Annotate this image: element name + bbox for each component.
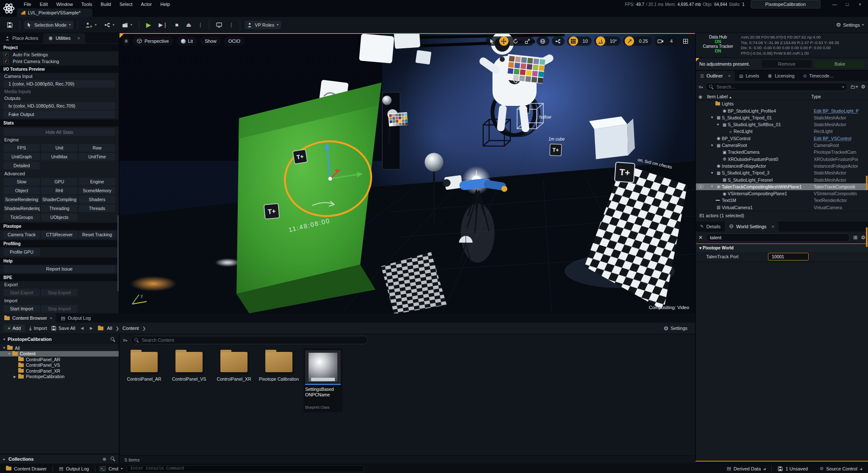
scale-tool[interactable] [523,36,532,46]
close-button[interactable]: × [854,1,865,8]
type-column[interactable]: Type [811,94,865,99]
ocio-dropdown[interactable]: OCIO [224,36,245,46]
outliner-row[interactable]: TrackedCamera PixotopeTrackedCam [696,149,868,155]
save-button[interactable] [4,20,15,30]
tab-levels[interactable]: ▤Levels [735,71,763,81]
world-settings-search-input[interactable] [710,235,846,240]
lit-dropdown[interactable]: Lit [177,36,198,46]
sources-header[interactable]: ▾PixotopeCalibration [0,334,119,344]
tab-output-log[interactable]: ▤Output Log [56,313,95,323]
camera-speed-control[interactable]: 4 [654,36,676,46]
visibility-column-icon[interactable]: ◉ [698,94,707,99]
console-command-input[interactable] [127,465,364,472]
menu-item[interactable]: Window [52,0,77,8]
tab-world-settings[interactable]: World Settings× [725,221,779,232]
save-all-button[interactable]: Save All [51,326,75,331]
checkbox-row[interactable]: ✓ Auto Fix Settings [0,51,119,58]
filter-icon[interactable]: ≡▾ [123,337,127,343]
restore-button[interactable]: □ [842,1,853,8]
stat-button[interactable]: GPU [41,178,78,185]
viewport-options-menu[interactable]: ≡ [123,36,129,46]
asset-search-box[interactable] [131,336,368,344]
item-label-column[interactable]: Item Label ▲ [707,94,811,99]
stat-button[interactable]: UnitTime [79,153,115,160]
output-value[interactable]: tv (color, HD-1080p50, Rec.709) [3,102,115,110]
import-button[interactable]: ⤓Import [29,325,47,332]
expand-arrow-icon[interactable]: ▼ [3,346,7,350]
outliner-row[interactable]: VirtualCamera1 VirtualCamera [696,204,868,211]
checkbox-checked-icon[interactable]: ✓ [3,59,8,64]
output-log-button[interactable]: ▤Output Log [53,464,95,473]
outliner-settings-icon[interactable]: ⚙ [861,84,865,90]
outliner-row[interactable]: ▼ TalenTrackCompositingMeshWithPlane1 Ta… [696,183,868,190]
menu-item[interactable]: Help [156,0,174,8]
world-settings-search-box[interactable] [706,233,850,242]
content-drawer-button[interactable]: Content Drawer [0,464,53,473]
chevron-down-icon[interactable]: ▾ [842,85,844,89]
minimize-button[interactable]: — [829,1,840,8]
back-button[interactable]: ◄ [80,325,85,331]
menu-item[interactable]: Select [115,0,137,8]
outliner-row[interactable]: ▼ CameraRoot CameraRoot [696,142,868,149]
stat-button[interactable]: SceneMemory [79,187,115,194]
add-collection-icon[interactable]: ⊕ [103,456,106,462]
new-folder-icon[interactable]: 🗀+ [850,84,858,90]
project-button[interactable]: PixotopeCalibration [751,0,821,8]
unreal-logo-icon[interactable] [2,1,16,16]
folder-tree-row[interactable]: ▼ All [0,345,119,351]
menu-item[interactable]: Actor [137,0,156,8]
close-tab-icon[interactable]: × [78,36,80,41]
stat-button[interactable]: ShadowRendering [3,205,40,212]
search-icon[interactable] [111,337,115,342]
expand-arrow-icon[interactable]: ▼ [710,171,715,175]
blueprints-dropdown[interactable]: ▾ [102,20,117,30]
breadcrumb-all[interactable]: All [107,326,112,331]
surface-snap-toggle[interactable] [552,36,565,46]
rotation-snap-control[interactable]: 10° [594,36,621,46]
outliner-scrollbar[interactable] [866,176,868,190]
unsaved-button[interactable]: 1 Unsaved [772,464,814,473]
outliner-row[interactable]: ▼ S_StudioLight_SoftBox_01 StaticMeshAct… [696,121,868,128]
stat-button[interactable]: SceneRendering [3,196,40,203]
stat-button[interactable]: Engine [79,178,115,185]
outliner-row[interactable]: BP_VSControl Edit BP_VSControl [696,135,868,142]
stat-button[interactable]: Shaders [79,196,115,203]
viewport-3d-scene[interactable]: T+ [120,34,695,313]
stat-button[interactable]: UnitGraph [3,153,40,160]
profile-gpu-button[interactable]: Profile GPU [3,248,40,256]
cinematics-dropdown[interactable]: ▾ [120,20,135,30]
outliner-row[interactable]: ▼ S_StudioLight_Tripod_3 StaticMeshActor [696,169,868,176]
close-tab-icon[interactable]: × [728,73,731,78]
stat-button[interactable]: TickGroups [3,213,40,221]
outliner-row[interactable]: RectLight RectLight [696,128,868,135]
perspective-dropdown[interactable]: Perspective [133,36,173,46]
cmd-dropdown[interactable]: >_Cmd▾ [95,466,127,471]
clear-search-icon[interactable]: ✕ [698,235,703,241]
selection-mode-dropdown[interactable]: Selection Mode ▾ [24,21,73,29]
stat-button[interactable]: UObjects [41,213,78,221]
outliner-row[interactable]: ▼ S_StudioLight_Tripod_01 StaticMeshActo… [696,114,868,121]
level-tab[interactable]: LVL_PixotopeVSSample* [17,8,92,17]
asset-search-input[interactable] [142,337,364,343]
source-control-button[interactable]: ⊘Source Control◢ [814,464,868,473]
export-button[interactable]: Start Export [3,289,40,296]
world-settings-gear-icon[interactable]: ⚙ [861,235,865,241]
expand-arrow-icon[interactable]: ▶ [14,375,18,379]
checkbox-row[interactable]: ✓ Print Camera Tracking [0,58,119,65]
remove-button[interactable]: Remove [762,60,812,68]
pixotope-button[interactable]: Camera Track [3,231,40,238]
select-tool[interactable] [487,36,497,46]
platforms-options-menu[interactable]: ⋮ [227,22,236,28]
export-button[interactable]: Stop Export [41,289,78,296]
asset-tile[interactable]: ControlPanel_VS [169,349,209,382]
expand-arrow-icon[interactable]: ▼ [710,116,715,119]
show-dropdown[interactable]: Show [200,36,221,46]
outliner-search-input[interactable] [716,84,840,89]
outliner-row[interactable]: S_StudioLight_Fresnel StaticMeshActor [696,176,868,183]
tab-details[interactable]: ✎Details [696,221,725,232]
port-input[interactable]: 10001 [768,253,809,260]
fake-output-button[interactable]: Fake Output [3,111,115,118]
outliner-row[interactable]: XROutsideFrustumPoint0 XROutsideFrustumP… [696,156,868,163]
content-browser-settings[interactable]: ⚙Settings [664,325,692,332]
collections-bar[interactable]: ▸Collections ⊕ [0,454,119,464]
